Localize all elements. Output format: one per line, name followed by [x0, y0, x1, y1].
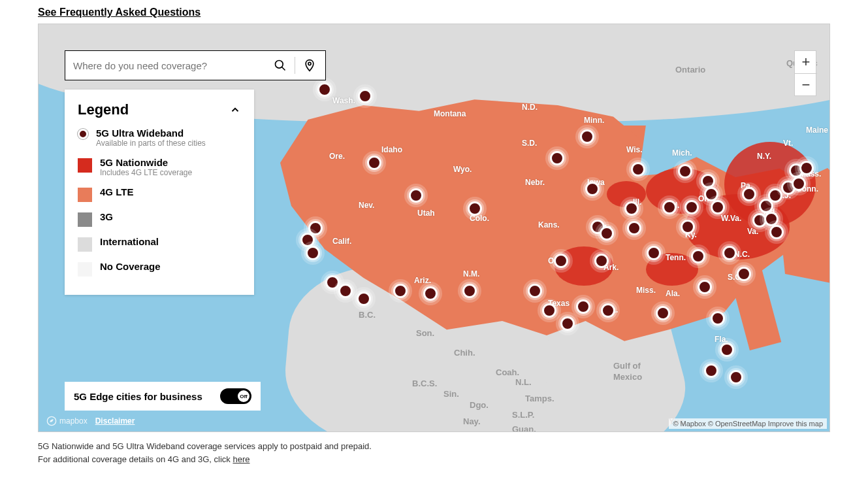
footer-text: 5G Nationwide and 5G Ultra Wideband cove… [38, 440, 830, 465]
legend-label: No Coverage [100, 261, 161, 272]
legend-sublabel: Includes 4G LTE coverage [100, 168, 192, 177]
city-marker[interactable] [393, 284, 408, 298]
city-marker[interactable] [681, 220, 695, 234]
legend-swatch [78, 237, 92, 252]
city-marker[interactable] [550, 151, 564, 165]
svg-point-2 [308, 62, 311, 65]
city-marker[interactable] [367, 156, 381, 170]
disclaimer-link[interactable]: Disclaimer [95, 416, 135, 426]
legend-label: 3G [100, 211, 113, 222]
city-marker[interactable] [701, 174, 715, 188]
toggle-state: Off [238, 390, 249, 402]
faq-link[interactable]: See Frequently Asked Questions [38, 0, 830, 24]
search-box [65, 50, 326, 80]
legend-swatch [78, 188, 92, 202]
us-coverage-area [280, 76, 830, 364]
locate-me-icon[interactable] [302, 58, 317, 73]
legend-swatch [78, 129, 88, 139]
svg-point-0 [276, 61, 283, 69]
zoom-in-button[interactable]: + [795, 51, 817, 73]
legend-title: Legend [78, 101, 129, 118]
city-marker[interactable] [468, 201, 482, 216]
city-marker[interactable] [678, 164, 692, 178]
city-marker[interactable] [358, 89, 372, 103]
city-marker[interactable] [647, 246, 661, 260]
city-marker[interactable] [576, 299, 590, 314]
city-marker[interactable] [656, 306, 670, 320]
legend-item: International [78, 236, 241, 252]
city-marker[interactable] [600, 226, 614, 241]
city-marker[interactable] [624, 201, 639, 216]
city-marker[interactable] [729, 370, 743, 384]
city-marker[interactable] [722, 246, 737, 260]
coverage-map[interactable]: Wash.Ore.Calif.IdahoNev.UtahAriz.Montana… [38, 24, 830, 432]
legend-swatch [78, 212, 92, 227]
city-marker[interactable] [711, 200, 725, 214]
city-marker[interactable] [698, 280, 712, 294]
city-marker[interactable] [720, 343, 734, 357]
divider [295, 57, 295, 74]
city-marker[interactable] [768, 188, 782, 203]
legend-item: No Coverage [78, 261, 241, 277]
city-marker[interactable] [691, 249, 705, 263]
legend-label: International [100, 236, 159, 247]
edge-toggle-switch[interactable]: Off [220, 388, 251, 404]
zoom-out-button[interactable]: − [795, 73, 817, 95]
zoom-controls: + − [794, 50, 816, 96]
city-marker[interactable] [662, 200, 677, 214]
city-marker[interactable] [764, 212, 779, 226]
city-marker[interactable] [300, 233, 315, 247]
city-marker[interactable] [560, 316, 575, 331]
city-marker[interactable] [542, 303, 556, 318]
city-marker[interactable] [357, 292, 371, 306]
svg-line-1 [282, 67, 285, 71]
city-marker[interactable] [580, 129, 594, 144]
city-marker[interactable] [338, 284, 353, 298]
city-marker[interactable] [306, 246, 320, 260]
legend-label: 5G Nationwide [100, 157, 192, 168]
legend-sublabel: Available in parts of these cities [96, 139, 206, 148]
city-marker[interactable] [528, 284, 542, 298]
edge-toggle-panel: 5G Edge cities for business Off [65, 382, 261, 411]
legend-swatch [78, 262, 92, 277]
legend-item: 5G Ultra WidebandAvailable in parts of t… [78, 127, 241, 148]
city-marker[interactable] [684, 200, 699, 214]
attribution-left: mapbox Disclaimer [46, 416, 135, 426]
attribution-right[interactable]: © Mapbox © OpenStreetMap Improve this ma… [669, 418, 827, 429]
coverage-details-link[interactable]: here [233, 454, 249, 464]
legend-panel: Legend 5G Ultra WidebandAvailable in par… [65, 90, 254, 295]
legend-label: 4G LTE [100, 186, 133, 197]
legend-swatch [78, 158, 92, 173]
edge-toggle-label: 5G Edge cities for business [74, 391, 202, 402]
city-marker[interactable] [423, 286, 438, 301]
legend-item: 3G [78, 211, 241, 227]
city-marker[interactable] [594, 254, 609, 268]
legend-item: 5G NationwideIncludes 4G LTE coverage [78, 157, 241, 177]
city-marker[interactable] [409, 188, 423, 203]
city-marker[interactable] [769, 225, 784, 239]
city-marker[interactable] [704, 363, 718, 378]
city-marker[interactable] [711, 311, 725, 326]
legend-item: 4G LTE [78, 186, 241, 202]
city-marker[interactable] [742, 187, 756, 201]
city-marker[interactable] [325, 275, 340, 290]
city-marker[interactable] [462, 284, 477, 298]
city-marker[interactable] [737, 267, 751, 281]
search-input[interactable] [73, 60, 272, 71]
city-marker[interactable] [792, 177, 806, 191]
city-marker[interactable] [631, 162, 645, 177]
city-marker[interactable] [627, 221, 641, 235]
city-marker[interactable] [585, 182, 600, 196]
city-marker[interactable] [317, 82, 332, 97]
city-marker[interactable] [799, 161, 814, 175]
legend-label: 5G Ultra Wideband [96, 127, 206, 139]
legend-toggle[interactable]: Legend [78, 101, 241, 118]
city-marker[interactable] [601, 303, 615, 318]
mapbox-logo[interactable]: mapbox [46, 416, 88, 426]
chevron-up-icon [229, 104, 241, 116]
city-marker[interactable] [554, 254, 568, 268]
city-marker[interactable] [704, 187, 718, 201]
search-icon[interactable] [272, 58, 288, 73]
